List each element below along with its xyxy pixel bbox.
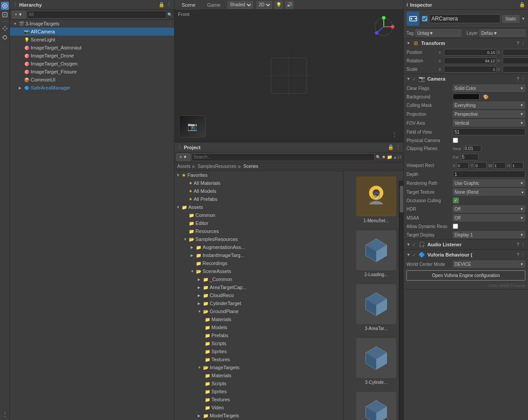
camera-help[interactable]: ? <box>516 77 519 82</box>
projection-dropdown[interactable]: Perspective ▼ <box>453 110 525 118</box>
pos-y-input[interactable] <box>503 49 528 56</box>
file-3-cylinder[interactable]: 3-Cylinde... <box>347 336 403 387</box>
tree-item-drone[interactable]: 🎯 ImageTarget_Drone <box>10 52 174 60</box>
vuforia-more[interactable]: ⋮ <box>521 253 525 257</box>
world-center-dropdown[interactable]: DEVICE ▼ <box>453 261 525 268</box>
pos-x-input[interactable] <box>444 49 496 56</box>
folder-gp-scripts[interactable]: 📁 Scripts <box>175 339 343 347</box>
project-search[interactable] <box>191 153 375 161</box>
transform-header[interactable]: ▼ ⊞ Transform ? ⋮ <box>404 38 528 48</box>
folder-modeltargets[interactable]: ▶ 📁 ModelTargets <box>175 412 343 420</box>
folder-sceneassets[interactable]: ▼ 📂 SceneAssets <box>175 267 343 275</box>
vp-x-input[interactable] <box>456 162 469 169</box>
near-input[interactable] <box>463 145 481 152</box>
assets-header[interactable]: ▼ 📁 Assets <box>175 203 343 211</box>
proj-fav-icon[interactable]: ★ <box>382 154 386 160</box>
transform-more[interactable]: ⋮ <box>521 41 525 46</box>
folder-gp-textures[interactable]: 📁 Textures <box>175 355 343 363</box>
background-swatch[interactable] <box>453 94 479 100</box>
rot-y-input[interactable] <box>503 57 528 64</box>
tree-item-fissure[interactable]: 🎯 ImageTarget_Fissure <box>10 68 174 76</box>
file-3-areatar2[interactable]: 3-AreaTar... <box>347 282 403 333</box>
project-add-btn[interactable]: + ▼ <box>176 153 191 161</box>
scene-dots-btn[interactable]: ⋮ <box>392 131 397 138</box>
folder-cylinder[interactable]: ▶ 📁 CylinderTarget <box>175 299 343 307</box>
folder-resources[interactable]: 📁 Resources <box>175 227 343 235</box>
scale-y-input[interactable] <box>503 66 528 73</box>
camera-more[interactable]: ⋮ <box>521 77 525 82</box>
audio-more[interactable]: ⋮ <box>521 242 525 247</box>
fov-axis-dropdown[interactable]: Vertical ▼ <box>453 119 525 126</box>
file-3-imageta[interactable]: 3-ImageTa... <box>347 390 403 420</box>
folder-samples[interactable]: ▼ 📂 SamplesResources <box>175 235 343 243</box>
tree-item-scene[interactable]: ▼ 🎬 3-ImageTargets ⋮ <box>10 20 174 28</box>
hierarchy-more-icon[interactable]: ⋮ <box>167 2 171 8</box>
project-lock-icon[interactable]: 🔒 <box>388 144 394 150</box>
vuforia-help[interactable]: ? <box>516 253 519 257</box>
target-texture-dropdown[interactable]: None (Rend ● <box>453 188 525 196</box>
scene-2d-select[interactable]: 2D <box>256 1 272 9</box>
scene-view-btn[interactable] <box>1 2 9 10</box>
camera-header[interactable]: ▼ ✓ 📷 Camera ? ⋮ <box>404 74 528 84</box>
file-scroll-thumb[interactable] <box>400 186 403 212</box>
allow-dynamic-checkbox[interactable] <box>453 224 458 229</box>
culling-mask-dropdown[interactable]: Everything ▼ <box>453 102 525 109</box>
project-more-icon[interactable]: ⋮ <box>396 144 401 150</box>
folder-gp-sprites[interactable]: 📁 Sprites <box>175 347 343 355</box>
audio-help[interactable]: ? <box>516 242 519 247</box>
folder-it-video[interactable]: 📁 Video <box>175 404 343 412</box>
vp-y-input[interactable] <box>474 162 487 169</box>
hierarchy-add-btn[interactable]: + ▼ <box>12 11 26 19</box>
folder-it-textures[interactable]: 📁 Textures <box>175 396 343 404</box>
hierarchy-lock-icon[interactable]: 🔒 <box>158 2 165 8</box>
far-input[interactable] <box>461 154 479 160</box>
background-eyedropper[interactable]: 🎨 <box>483 94 488 99</box>
depth-input[interactable] <box>453 171 525 178</box>
folder-instant[interactable]: ▶ 📁 InstantImageTarg... <box>175 251 343 259</box>
folder-gp-models[interactable]: 📁 Models <box>175 323 343 331</box>
tree-item-commonui[interactable]: 📦 CommonUI <box>10 76 174 84</box>
breadcrumb-scenes[interactable]: Scenes <box>244 164 258 169</box>
folder-it-materials[interactable]: 📁 Materials <box>175 371 343 379</box>
dots-btn[interactable]: ⋮ <box>1 410 9 418</box>
file-2-loading2[interactable]: 2-Loading... <box>347 228 403 279</box>
folder-it-scripts[interactable]: 📁 Scripts <box>175 379 343 387</box>
breadcrumb-assets[interactable]: Assets <box>177 164 191 169</box>
folder-common2[interactable]: ▶ 📁 _Common <box>175 275 343 283</box>
rot-x-input[interactable] <box>444 57 496 64</box>
tree-item-oxygen[interactable]: 🎯 ImageTarget_Oxygen <box>10 60 174 68</box>
scene-audio-btn[interactable]: 🔊 <box>285 1 293 9</box>
hdr-dropdown[interactable]: Off ▼ <box>453 205 525 212</box>
folder-gp-materials[interactable]: 📁 Materials <box>175 315 343 323</box>
folder-gp-prefabs[interactable]: 📁 Prefabs <box>175 331 343 339</box>
folder-cloudreco[interactable]: ▶ 📁 CloudReco <box>175 291 343 299</box>
clear-flags-dropdown[interactable]: Solid Color ▼ <box>453 85 525 92</box>
file-1-menuset[interactable]: 1-MenuSet... <box>347 175 403 225</box>
game-view-btn[interactable] <box>1 11 9 19</box>
object-name-input[interactable] <box>429 14 500 23</box>
vuforia-header[interactable]: ▼ ✓ 🔷 Vuforia Behaviour ( ? ⋮ <box>404 250 528 260</box>
folder-editor[interactable]: 📁 Editor <box>175 219 343 227</box>
move-tool[interactable] <box>1 24 9 33</box>
tag-dropdown[interactable]: Untag▼ <box>415 29 461 37</box>
static-arrow[interactable]: ▼ <box>521 16 525 21</box>
scene-menu[interactable]: ⋮ <box>168 21 172 26</box>
fav-all-prefabs[interactable]: ★ All Prefabs <box>175 195 343 203</box>
fov-input[interactable] <box>453 128 525 135</box>
insp-lock-icon[interactable]: 🔒 <box>519 2 525 8</box>
tree-item-scenelight[interactable]: 💡 SceneLight <box>10 36 174 44</box>
folder-it-sprites[interactable]: 📁 Sprites <box>175 387 343 396</box>
folder-groundplane[interactable]: ▼ 📂 GroundPlane <box>175 307 343 315</box>
proj-folder-icon[interactable]: 📁 <box>387 155 392 159</box>
file-scrollbar[interactable] <box>399 181 403 420</box>
tree-item-safearea[interactable]: ▶ 🔷 SafeAreaManager <box>10 84 174 92</box>
folder-recordings[interactable]: 📁 Recordings <box>175 259 343 267</box>
folder-areacap[interactable]: ▶ 📁 AreaTargetCap... <box>175 283 343 291</box>
vp-h-input[interactable] <box>511 162 524 169</box>
favorites-header[interactable]: ▼ ★ Favorites <box>175 171 343 179</box>
folder-imagetargets[interactable]: ▼ 📂 ImageTargets <box>175 363 343 371</box>
hierarchy-search[interactable] <box>27 11 167 19</box>
audio-listener-header[interactable]: ▼ ✓ 🎧 Audio Listener ? ⋮ <box>404 240 528 249</box>
tree-item-arcamera[interactable]: 📷 ARCamera <box>10 28 174 36</box>
scene-light-btn[interactable]: 💡 <box>275 1 283 9</box>
